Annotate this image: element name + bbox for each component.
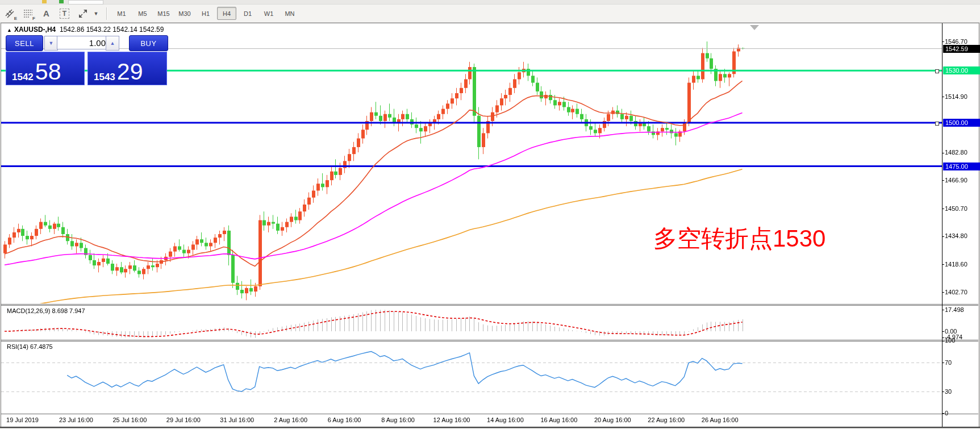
text-box-icon[interactable]: T <box>56 6 73 21</box>
sell-price-box[interactable]: 1542 58 <box>6 52 85 85</box>
equidistant-channel-icon[interactable]: E <box>2 6 18 21</box>
text-box-glyph: T <box>60 9 69 19</box>
hline-anchor-handle[interactable] <box>935 122 939 126</box>
time-tick-label: 12 Aug 16:00 <box>433 416 470 423</box>
text-label-icon[interactable]: A <box>38 6 55 21</box>
buy-button[interactable]: BUY <box>129 35 168 51</box>
timeframe-button-m5[interactable]: M5 <box>133 7 152 20</box>
collapse-icon[interactable]: ▲ <box>7 27 12 33</box>
price-tick-label: 1402.70 <box>945 289 968 295</box>
timeframe-button-mn[interactable]: MN <box>280 7 299 20</box>
price-badge: 1542.59 <box>943 45 980 53</box>
buy-price-main: 1543 <box>94 72 115 82</box>
timeframe-button-m1[interactable]: M1 <box>112 7 131 20</box>
time-tick-label: 16 Aug 16:00 <box>540 416 577 423</box>
price-tick-label: 1546.70 <box>945 38 968 45</box>
top-partial-toolbar <box>0 0 980 5</box>
price-tick-label: 1434.80 <box>945 232 968 239</box>
timeframe-button-m30[interactable]: M30 <box>175 7 194 20</box>
price-badge: 1500.00 <box>943 119 980 127</box>
toolbar-separator <box>106 7 107 20</box>
one-click-trading-panel: SELL ▼ ▲ BUY 1542 58 1543 29 <box>6 35 167 82</box>
sell-price-main: 1542 <box>12 72 34 82</box>
chart-annotation-text: 多空转折点1530 <box>653 223 869 255</box>
price-tick-label: 1482.80 <box>945 149 968 156</box>
rsi-axis-label: 70 <box>945 359 952 366</box>
buy-price-box[interactable]: 1543 29 <box>87 52 167 85</box>
chart-header: ▲XAUUSD-,H4 1542.86 1543.22 1542.14 1542… <box>7 26 164 34</box>
time-tick-label: 19 Jul 2019 <box>6 416 39 423</box>
time-tick-label: 29 Jul 16:00 <box>166 416 201 423</box>
mt4-window: E F A T ▼ M1M5M15M30H1H4D1W1MN ▲XAUUSD-,… <box>0 0 980 429</box>
sell-price-pips: 58 <box>35 63 61 82</box>
lot-decrease-button[interactable]: ▼ <box>44 36 58 51</box>
toolbar-fragment <box>42 0 47 3</box>
price-tick-label: 1450.70 <box>945 205 968 212</box>
timeframe-bar: M1M5M15M30H1H4D1W1MN <box>112 7 301 20</box>
price-tick-label: 1466.90 <box>945 177 968 184</box>
bottom-partial-statusbar <box>0 427 980 429</box>
sell-button[interactable]: SELL <box>6 35 43 51</box>
toolbar-fragment <box>68 0 103 5</box>
text-label-glyph: A <box>43 9 49 18</box>
price-badge: 1475.00 <box>943 163 980 170</box>
rsi-indicator-label: RSI(14) 67.4875 <box>7 343 53 350</box>
lot-increase-button[interactable]: ▲ <box>106 36 119 51</box>
time-tick-label: 6 Aug 16:00 <box>328 416 361 423</box>
rsi-axis-label: 30 <box>945 388 952 395</box>
toolbar-fragment <box>59 0 64 3</box>
macd-indicator-label: MACD(12,26,9) 8.698 7.947 <box>7 307 85 314</box>
fibonacci-retracement-icon[interactable]: F <box>20 6 36 21</box>
time-tick-label: 14 Aug 16:00 <box>487 416 524 423</box>
time-tick-label: 8 Aug 16:00 <box>381 416 415 423</box>
lot-size-input[interactable] <box>57 36 109 49</box>
time-tick-label: 26 Aug 16:00 <box>702 416 739 423</box>
timeframe-button-h1[interactable]: H1 <box>196 7 215 20</box>
chart-shift-marker[interactable] <box>750 25 759 30</box>
time-tick-label: 22 Aug 16:00 <box>648 416 685 423</box>
arrows-dropdown-caret[interactable]: ▼ <box>93 6 101 21</box>
time-tick-label: 25 Jul 16:00 <box>112 416 147 423</box>
buy-price-pips: 29 <box>117 63 143 82</box>
timeframe-button-h4[interactable]: H4 <box>217 7 236 20</box>
arrows-icon[interactable] <box>74 6 91 21</box>
price-badge: 1530.00 <box>943 66 980 74</box>
hline-anchor-handle[interactable] <box>935 69 939 73</box>
time-tick-label: 23 Jul 16:00 <box>59 416 93 423</box>
ohlc-values: 1542.86 1543.22 1542.14 1542.59 <box>60 26 164 34</box>
timeframe-button-m15[interactable]: M15 <box>154 7 173 20</box>
timeframe-button-d1[interactable]: D1 <box>238 7 257 20</box>
symbol-label: XAUUSD-,H4 <box>14 26 56 34</box>
drawing-toolbar: E F A T ▼ M1M5M15M30H1H4D1W1MN <box>0 5 980 23</box>
time-tick-label: 20 Aug 16:00 <box>594 416 631 423</box>
timeframe-button-w1[interactable]: W1 <box>259 7 278 20</box>
price-tick-label: 1514.90 <box>945 93 968 100</box>
price-tick-label: 1418.60 <box>945 261 968 268</box>
macd-axis-label: 17.498 <box>945 306 964 313</box>
rsi-axis-label: 0 <box>945 410 948 416</box>
time-tick-label: 2 Aug 16:00 <box>274 416 307 423</box>
time-tick-label: 31 Jul 16:00 <box>220 416 254 423</box>
rsi-axis-label: 100 <box>945 337 955 344</box>
